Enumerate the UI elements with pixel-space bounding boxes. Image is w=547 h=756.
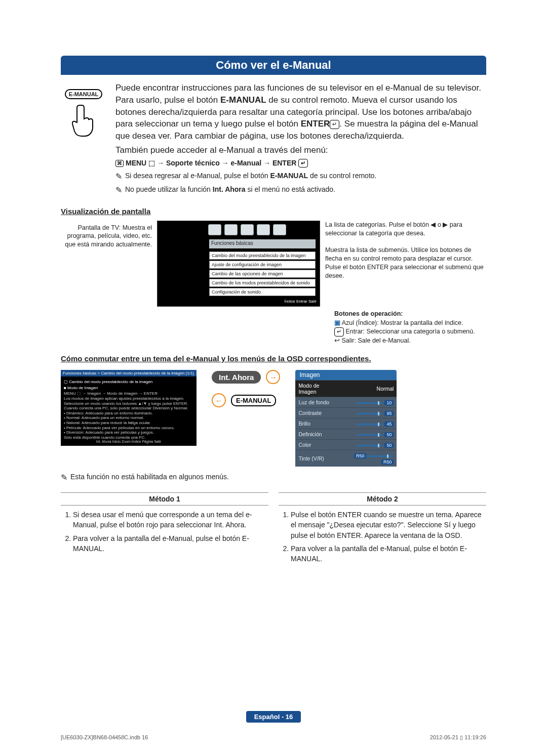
osd-head: Imagen <box>295 370 397 380</box>
tv-screenshot: Funciones básicas Cambio del modo preest… <box>157 221 320 307</box>
sw-desc: Los modos de imagen aplican ajustes pree… <box>64 396 193 406</box>
sw-bullet: • Película: Adecuado para ver películas … <box>64 426 193 431</box>
category-icon <box>273 224 286 235</box>
arrow-left-icon: ← <box>212 393 226 407</box>
tv-item: Cambio de los modos preestablecidos de s… <box>209 279 316 287</box>
osd-row: Brillo45 <box>295 418 397 429</box>
category-icon <box>224 224 238 235</box>
tv-funcbar: Funciones básicas <box>209 239 316 248</box>
int-ahora-pill: Int. Ahora <box>212 371 261 384</box>
emanual-detail-shot: Funciones básicas > Cambio del modo pree… <box>61 370 197 446</box>
method1: Método 1 Si desea usar el menú que corre… <box>61 492 268 567</box>
vis-heading: Visualización de pantalla <box>61 207 486 216</box>
note1c: de su control remoto. <box>308 172 376 180</box>
sw-bullet: • Natural: Adecuado para reducir la fati… <box>64 421 193 426</box>
botones-line: ↩ Salir: Sale del e-Manual. <box>334 337 486 346</box>
b1: Azul (Índice): Mostrar la pantalla del í… <box>340 319 463 326</box>
print-footer: [UE6030-ZX]BN68-04458C.indb 16 2012-05-2… <box>61 734 486 741</box>
arrow-right-icon: → <box>266 370 280 384</box>
note2: No puede utilizar la función Int. Ahora … <box>125 185 335 195</box>
vis-right1: La lista de categorías. Pulse el botón ◀… <box>325 221 486 238</box>
page-number-label: Español - 16 <box>246 711 301 723</box>
emanual-pill: E-MANUAL <box>231 395 276 406</box>
method-step: Si desea usar el menú que corresponde a … <box>73 510 268 530</box>
enter-icon: ↵ <box>334 327 344 336</box>
botones-line: ▣ Azul (Índice): Mostrar la pantalla del… <box>334 319 486 328</box>
swap-heading: Cómo conmutar entre un tema del e-Manual… <box>61 354 486 363</box>
method2: Método 2 Pulse el botón ENTER cuando se … <box>279 492 486 567</box>
intro-text: Puede encontrar instrucciones para las f… <box>115 82 486 198</box>
vis-right2: Muestra la lista de submenús. Utilice lo… <box>325 246 486 280</box>
tv-item: Cambio del modo preestablecido de la ima… <box>209 251 316 260</box>
sw-title2: ■ Modo de Imagen <box>64 386 193 391</box>
tv-category-icons <box>208 224 317 237</box>
sw-foot: Int. Ahora Inicio Zoom Índice Página Sal… <box>61 440 197 446</box>
intro-p1b: E-MANUAL <box>220 95 266 105</box>
botones-line: ↵ Entrar: Seleccionar una categoría o su… <box>334 327 486 337</box>
vis-right-labels: La lista de categorías. Pulse el botón ◀… <box>325 221 486 288</box>
note-icon: ✎ <box>115 171 122 182</box>
menu-path-text: MENU ⬚ → Soporte técnico → e-Manual → EN… <box>126 158 296 169</box>
intro-row: E-MANUAL Puede encontrar instrucciones p… <box>61 82 486 198</box>
method-step: Pulse el botón ENTER cuando se muestre u… <box>291 510 486 540</box>
note2c: si el menú no está activado. <box>246 185 335 193</box>
enter-icon: ↵ <box>330 120 339 129</box>
intro-p2: También puede acceder al e-Manual a trav… <box>115 144 486 156</box>
menu-icon: ⌘ <box>115 160 124 167</box>
osd-row: Tinte (V/R)R50R50 <box>295 450 397 467</box>
note1a: Si desea regresar al e-Manual, pulse el … <box>125 172 270 180</box>
note1b: E-MANUAL <box>270 172 308 180</box>
sw-path: MENU ⬚ → Imagen → Modo de Imagen → ENTER <box>64 391 193 396</box>
b2: Entrar: Seleccionar una categoría o subm… <box>344 328 475 335</box>
sw-bullet: • Normal: Adecuado para un entorno norma… <box>64 415 193 421</box>
swap-row: Funciones básicas > Cambio del modo pree… <box>61 370 486 467</box>
method1-head: Método 1 <box>61 492 268 506</box>
sw-title1: ▢ Cambio del modo preestablecido de la i… <box>64 380 193 385</box>
page-number: Español - 16 <box>0 712 547 721</box>
sw-subnote: Sólo está disponible cuando conecta una … <box>64 435 193 440</box>
sw-bullet: • Dinámico: Adecuado para un entorno ilu… <box>64 411 193 416</box>
note1: Si desea regresar al e-Manual, pulse el … <box>125 171 376 181</box>
sw-pc: Cuando conecta una PC, sólo puede selecc… <box>64 406 193 411</box>
note-icon: ✎ <box>115 185 122 196</box>
page-title: Cómo ver el e-Manual <box>61 56 486 75</box>
method2-head: Método 2 <box>279 492 486 506</box>
category-icon <box>257 224 270 235</box>
vis-left-label: Pantalla de TV: Muestra el programa, pel… <box>61 221 152 248</box>
remote-illustration: E-MANUAL <box>61 82 106 198</box>
osd-menu: Imagen Modo de ImagenNormal Luz de fondo… <box>295 370 397 467</box>
menu-path: ⌘ MENU ⬚ → Soporte técnico → e-Manual → … <box>115 158 486 169</box>
exit-icon: ↩ <box>334 337 340 344</box>
note2a: No puede utilizar la función <box>125 185 213 193</box>
sw-bullet: • Diversión: Adecuado para ver películas… <box>64 430 193 435</box>
hand-icon <box>72 102 95 138</box>
operation-buttons: Botones de operación: ▣ Azul (Índice): M… <box>334 310 486 345</box>
tv-submenu-list: Cambio del modo preestablecido de la ima… <box>209 251 316 297</box>
file-path: [UE6030-ZX]BN68-04458C.indb 16 <box>61 734 148 741</box>
swap-note: Esta función no está habilitada en algun… <box>70 473 229 481</box>
tv-item: Ajuste de configuración de imagen <box>209 261 316 269</box>
breadcrumb: Funciones básicas > Cambio del modo pree… <box>61 370 197 376</box>
enter-icon: ↵ <box>298 159 308 167</box>
osd-row: Contraste95 <box>295 408 397 418</box>
tv-item: Cambio de las opciones de imagen <box>209 270 316 278</box>
emanual-badge: E-MANUAL <box>65 89 103 99</box>
method-step: Para volver a la pantalla del e-Manual, … <box>291 543 486 564</box>
osd-row: Color50 <box>295 440 397 450</box>
blue-square-icon: ▣ <box>334 319 340 326</box>
tv-item: Configuración de sonido <box>209 288 316 296</box>
note-icon: ✎ <box>61 473 67 482</box>
b3: Salir: Sale del e-Manual. <box>340 337 411 344</box>
intro-p1d: ENTER <box>301 119 330 129</box>
osd-row: Luz de fondo10 <box>295 397 397 408</box>
method-step: Para volver a la pantalla del e-Manual, … <box>73 533 268 554</box>
botones-title: Botones de operación: <box>334 310 486 319</box>
vis-row: Pantalla de TV: Muestra el programa, pel… <box>61 221 486 307</box>
osd-table: Modo de ImagenNormal Luz de fondo10 Cont… <box>295 380 397 467</box>
osd-row: Definición50 <box>295 429 397 440</box>
timestamp: 2012-05-21 ▯ 11:19:26 <box>430 734 486 741</box>
osd-row: Modo de ImagenNormal <box>295 381 397 397</box>
methods-table: Método 1 Si desea usar el menú que corre… <box>61 492 486 567</box>
note2b: Int. Ahora <box>213 185 246 193</box>
swap-arrows: Int. Ahora → ← E-MANUAL <box>212 370 280 407</box>
